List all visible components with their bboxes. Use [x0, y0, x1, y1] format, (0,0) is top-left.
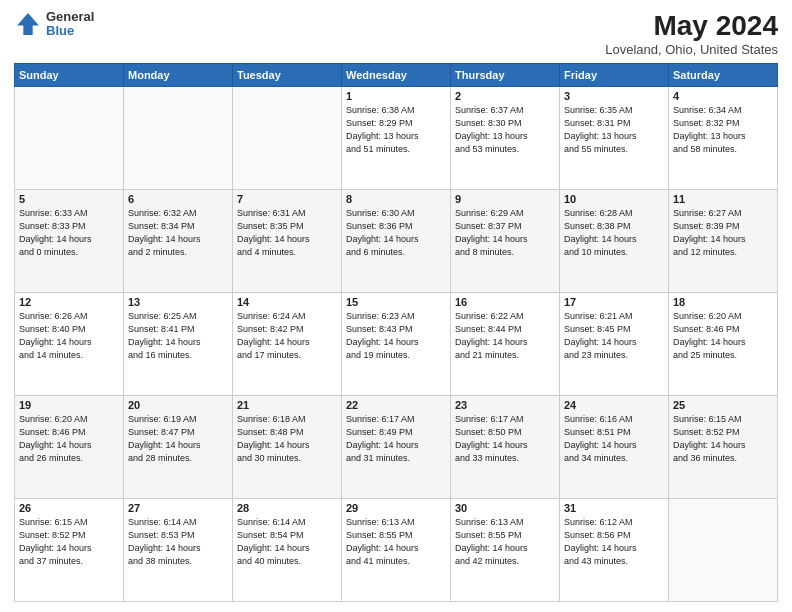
day-number-20: 20 [128, 399, 228, 411]
calendar-cell-3-4: 23Sunrise: 6:17 AM Sunset: 8:50 PM Dayli… [451, 396, 560, 499]
day-info-19: Sunrise: 6:20 AM Sunset: 8:46 PM Dayligh… [19, 413, 119, 465]
day-info-20: Sunrise: 6:19 AM Sunset: 8:47 PM Dayligh… [128, 413, 228, 465]
calendar-title: May 2024 [605, 10, 778, 42]
day-number-21: 21 [237, 399, 337, 411]
calendar-cell-0-4: 2Sunrise: 6:37 AM Sunset: 8:30 PM Daylig… [451, 87, 560, 190]
calendar-cell-1-4: 9Sunrise: 6:29 AM Sunset: 8:37 PM Daylig… [451, 190, 560, 293]
title-block: May 2024 Loveland, Ohio, United States [605, 10, 778, 57]
calendar-cell-0-2 [233, 87, 342, 190]
day-number-7: 7 [237, 193, 337, 205]
day-info-17: Sunrise: 6:21 AM Sunset: 8:45 PM Dayligh… [564, 310, 664, 362]
calendar-cell-2-3: 15Sunrise: 6:23 AM Sunset: 8:43 PM Dayli… [342, 293, 451, 396]
calendar-cell-0-3: 1Sunrise: 6:38 AM Sunset: 8:29 PM Daylig… [342, 87, 451, 190]
day-number-17: 17 [564, 296, 664, 308]
logo: General Blue [14, 10, 94, 39]
day-info-18: Sunrise: 6:20 AM Sunset: 8:46 PM Dayligh… [673, 310, 773, 362]
day-info-31: Sunrise: 6:12 AM Sunset: 8:56 PM Dayligh… [564, 516, 664, 568]
calendar-cell-2-5: 17Sunrise: 6:21 AM Sunset: 8:45 PM Dayli… [560, 293, 669, 396]
day-info-5: Sunrise: 6:33 AM Sunset: 8:33 PM Dayligh… [19, 207, 119, 259]
day-info-8: Sunrise: 6:30 AM Sunset: 8:36 PM Dayligh… [346, 207, 446, 259]
day-number-22: 22 [346, 399, 446, 411]
day-number-6: 6 [128, 193, 228, 205]
day-info-13: Sunrise: 6:25 AM Sunset: 8:41 PM Dayligh… [128, 310, 228, 362]
day-number-3: 3 [564, 90, 664, 102]
header: General Blue May 2024 Loveland, Ohio, Un… [14, 10, 778, 57]
page: General Blue May 2024 Loveland, Ohio, Un… [0, 0, 792, 612]
day-number-29: 29 [346, 502, 446, 514]
calendar-cell-1-5: 10Sunrise: 6:28 AM Sunset: 8:38 PM Dayli… [560, 190, 669, 293]
calendar-cell-3-6: 25Sunrise: 6:15 AM Sunset: 8:52 PM Dayli… [669, 396, 778, 499]
day-info-4: Sunrise: 6:34 AM Sunset: 8:32 PM Dayligh… [673, 104, 773, 156]
day-number-8: 8 [346, 193, 446, 205]
calendar-cell-4-6 [669, 499, 778, 602]
calendar-cell-4-4: 30Sunrise: 6:13 AM Sunset: 8:55 PM Dayli… [451, 499, 560, 602]
week-row-2: 5Sunrise: 6:33 AM Sunset: 8:33 PM Daylig… [15, 190, 778, 293]
day-number-23: 23 [455, 399, 555, 411]
calendar-cell-1-1: 6Sunrise: 6:32 AM Sunset: 8:34 PM Daylig… [124, 190, 233, 293]
col-wednesday: Wednesday [342, 64, 451, 87]
calendar-cell-1-0: 5Sunrise: 6:33 AM Sunset: 8:33 PM Daylig… [15, 190, 124, 293]
day-info-16: Sunrise: 6:22 AM Sunset: 8:44 PM Dayligh… [455, 310, 555, 362]
day-number-9: 9 [455, 193, 555, 205]
day-number-16: 16 [455, 296, 555, 308]
week-row-3: 12Sunrise: 6:26 AM Sunset: 8:40 PM Dayli… [15, 293, 778, 396]
day-info-2: Sunrise: 6:37 AM Sunset: 8:30 PM Dayligh… [455, 104, 555, 156]
week-row-1: 1Sunrise: 6:38 AM Sunset: 8:29 PM Daylig… [15, 87, 778, 190]
calendar-cell-0-5: 3Sunrise: 6:35 AM Sunset: 8:31 PM Daylig… [560, 87, 669, 190]
calendar-cell-0-0 [15, 87, 124, 190]
day-number-28: 28 [237, 502, 337, 514]
calendar-header-row: Sunday Monday Tuesday Wednesday Thursday… [15, 64, 778, 87]
calendar-cell-3-3: 22Sunrise: 6:17 AM Sunset: 8:49 PM Dayli… [342, 396, 451, 499]
day-number-4: 4 [673, 90, 773, 102]
calendar-cell-4-0: 26Sunrise: 6:15 AM Sunset: 8:52 PM Dayli… [15, 499, 124, 602]
calendar-cell-4-2: 28Sunrise: 6:14 AM Sunset: 8:54 PM Dayli… [233, 499, 342, 602]
day-number-14: 14 [237, 296, 337, 308]
day-number-10: 10 [564, 193, 664, 205]
calendar-table: Sunday Monday Tuesday Wednesday Thursday… [14, 63, 778, 602]
day-info-7: Sunrise: 6:31 AM Sunset: 8:35 PM Dayligh… [237, 207, 337, 259]
day-info-10: Sunrise: 6:28 AM Sunset: 8:38 PM Dayligh… [564, 207, 664, 259]
day-number-24: 24 [564, 399, 664, 411]
calendar-cell-4-5: 31Sunrise: 6:12 AM Sunset: 8:56 PM Dayli… [560, 499, 669, 602]
col-sunday: Sunday [15, 64, 124, 87]
day-info-28: Sunrise: 6:14 AM Sunset: 8:54 PM Dayligh… [237, 516, 337, 568]
day-info-27: Sunrise: 6:14 AM Sunset: 8:53 PM Dayligh… [128, 516, 228, 568]
day-info-22: Sunrise: 6:17 AM Sunset: 8:49 PM Dayligh… [346, 413, 446, 465]
col-friday: Friday [560, 64, 669, 87]
svg-marker-0 [17, 13, 39, 35]
day-info-25: Sunrise: 6:15 AM Sunset: 8:52 PM Dayligh… [673, 413, 773, 465]
calendar-cell-3-1: 20Sunrise: 6:19 AM Sunset: 8:47 PM Dayli… [124, 396, 233, 499]
calendar-cell-1-2: 7Sunrise: 6:31 AM Sunset: 8:35 PM Daylig… [233, 190, 342, 293]
day-number-19: 19 [19, 399, 119, 411]
calendar-cell-3-5: 24Sunrise: 6:16 AM Sunset: 8:51 PM Dayli… [560, 396, 669, 499]
day-info-12: Sunrise: 6:26 AM Sunset: 8:40 PM Dayligh… [19, 310, 119, 362]
day-number-26: 26 [19, 502, 119, 514]
calendar-cell-2-4: 16Sunrise: 6:22 AM Sunset: 8:44 PM Dayli… [451, 293, 560, 396]
calendar-cell-0-1 [124, 87, 233, 190]
calendar-cell-0-6: 4Sunrise: 6:34 AM Sunset: 8:32 PM Daylig… [669, 87, 778, 190]
day-number-13: 13 [128, 296, 228, 308]
day-info-6: Sunrise: 6:32 AM Sunset: 8:34 PM Dayligh… [128, 207, 228, 259]
calendar-cell-1-6: 11Sunrise: 6:27 AM Sunset: 8:39 PM Dayli… [669, 190, 778, 293]
col-tuesday: Tuesday [233, 64, 342, 87]
day-info-26: Sunrise: 6:15 AM Sunset: 8:52 PM Dayligh… [19, 516, 119, 568]
calendar-cell-2-2: 14Sunrise: 6:24 AM Sunset: 8:42 PM Dayli… [233, 293, 342, 396]
day-number-25: 25 [673, 399, 773, 411]
day-info-9: Sunrise: 6:29 AM Sunset: 8:37 PM Dayligh… [455, 207, 555, 259]
day-info-29: Sunrise: 6:13 AM Sunset: 8:55 PM Dayligh… [346, 516, 446, 568]
col-thursday: Thursday [451, 64, 560, 87]
day-number-18: 18 [673, 296, 773, 308]
day-info-1: Sunrise: 6:38 AM Sunset: 8:29 PM Dayligh… [346, 104, 446, 156]
calendar-cell-2-6: 18Sunrise: 6:20 AM Sunset: 8:46 PM Dayli… [669, 293, 778, 396]
calendar-cell-2-1: 13Sunrise: 6:25 AM Sunset: 8:41 PM Dayli… [124, 293, 233, 396]
day-number-11: 11 [673, 193, 773, 205]
logo-general-text: General [46, 10, 94, 24]
day-info-3: Sunrise: 6:35 AM Sunset: 8:31 PM Dayligh… [564, 104, 664, 156]
day-number-12: 12 [19, 296, 119, 308]
calendar-cell-2-0: 12Sunrise: 6:26 AM Sunset: 8:40 PM Dayli… [15, 293, 124, 396]
calendar-cell-1-3: 8Sunrise: 6:30 AM Sunset: 8:36 PM Daylig… [342, 190, 451, 293]
calendar-subtitle: Loveland, Ohio, United States [605, 42, 778, 57]
day-info-14: Sunrise: 6:24 AM Sunset: 8:42 PM Dayligh… [237, 310, 337, 362]
logo-icon [14, 10, 42, 38]
day-number-30: 30 [455, 502, 555, 514]
